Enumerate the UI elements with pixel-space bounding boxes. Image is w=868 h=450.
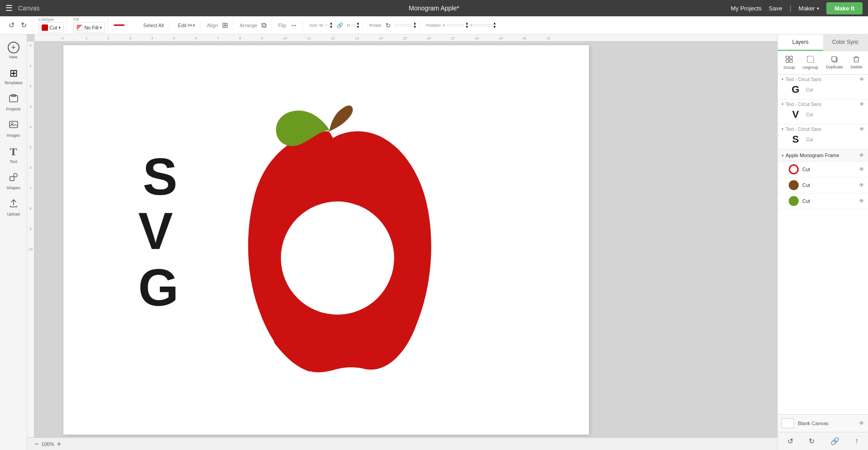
rotate-icon[interactable]: ↻: [383, 20, 393, 30]
fill-group: Fill No Fill ▾: [71, 17, 108, 33]
layer-apple-body[interactable]: Cut 👁: [778, 162, 868, 177]
apple-group-header[interactable]: ▾ Apple Monogram Frame 👁: [778, 149, 868, 162]
panel-redo-icon: ↻: [809, 437, 815, 445]
panel-tabs: Layers Color Sync: [778, 34, 868, 51]
apple-body-swatch: [789, 164, 799, 174]
layer-apple-leaf[interactable]: Cut 👁: [778, 193, 868, 209]
shapes-icon: [9, 172, 19, 184]
duplicate-icon: [831, 56, 838, 64]
fill-chevron-icon: ▾: [100, 25, 102, 30]
ungroup-button[interactable]: Ungroup: [800, 54, 821, 72]
align-label: Align: [207, 23, 218, 28]
left-sidebar: + New ⊞ Templates Projects: [0, 34, 27, 450]
blank-canvas-eye-icon[interactable]: 👁: [859, 420, 864, 426]
tab-layers[interactable]: Layers: [778, 34, 823, 51]
panel-link-button[interactable]: 🔗: [828, 435, 842, 447]
fill-dropdown[interactable]: No Fill ▾: [73, 22, 105, 33]
make-it-button[interactable]: Make It: [826, 2, 863, 14]
zoom-out-button[interactable]: −: [34, 440, 39, 448]
delete-button[interactable]: Delete: [848, 54, 865, 72]
ruler-vertical: 0 1 2 3 4 5 6 7 8 9 10: [27, 42, 34, 437]
text-v-chevron-icon: ▾: [781, 102, 784, 106]
panel-share-button[interactable]: ↑: [852, 435, 861, 447]
svg-text:V: V: [138, 202, 173, 260]
flip-button[interactable]: ↔: [288, 20, 300, 31]
sidebar-item-shapes[interactable]: Shapes: [2, 168, 25, 194]
select-all-button[interactable]: Select All: [141, 21, 166, 29]
text-s-eye-icon[interactable]: 👁: [859, 126, 864, 132]
canvas-area[interactable]: 012 345 678 91011 121314 151617 181920 2…: [27, 34, 777, 450]
svg-point-5: [14, 173, 17, 177]
layers-list: ▾ Text - Cricut Sans 👁 G Cut ▾ Text - Cr…: [778, 75, 868, 414]
top-nav: ☰ Canvas Monogram Apple* My Projects Sav…: [0, 0, 868, 16]
position-group: Position X ▲ ▼ Y ▲ ▼: [424, 22, 499, 29]
group-icon: [786, 56, 793, 64]
text-v-eye-icon[interactable]: 👁: [859, 101, 864, 107]
templates-icon: ⊞: [10, 67, 18, 79]
layer-text-s[interactable]: ▾ Text - Cricut Sans 👁 S Cut: [778, 124, 868, 149]
apple-stem-swatch: [789, 180, 799, 190]
zoom-in-button[interactable]: +: [57, 440, 61, 448]
canvas-label: Canvas: [18, 5, 39, 12]
delete-icon: [853, 56, 859, 64]
apple-leaf-eye-icon[interactable]: 👁: [859, 198, 864, 204]
right-panel: Layers Color Sync Group: [777, 34, 868, 450]
sidebar-item-text[interactable]: T Text: [2, 142, 25, 168]
edit-button[interactable]: Edit ✂ ▾: [176, 20, 198, 30]
arrange-label: Arrange: [240, 23, 257, 28]
save-button[interactable]: Save: [769, 5, 782, 12]
panel-share-icon: ↑: [855, 437, 858, 445]
layer-text-v[interactable]: ▾ Text - Cricut Sans 👁 V Cut: [778, 100, 868, 124]
tab-color-sync[interactable]: Color Sync: [823, 34, 868, 51]
select-all-group: Select All: [138, 21, 169, 29]
flip-group: Flip ↔: [275, 20, 303, 31]
duplicate-button[interactable]: Duplicate: [823, 54, 846, 72]
linetype-dropdown[interactable]: Cut ▾: [39, 22, 64, 33]
size-label: Size: [309, 23, 318, 28]
edit-chevron-icon: ▾: [193, 23, 195, 28]
sidebar-item-images[interactable]: Images: [2, 116, 25, 141]
panel-actions: Group Ungroup Duplicate: [778, 51, 868, 75]
layer-apple-stem[interactable]: Cut 👁: [778, 177, 868, 193]
size-group: Size W ▲ ▼ 🔗 H ▲ ▼: [307, 21, 363, 30]
blank-canvas-row[interactable]: Blank Canvas 👁: [778, 414, 868, 432]
svg-rect-16: [832, 57, 836, 61]
menu-icon[interactable]: ☰: [5, 3, 13, 13]
svg-rect-11: [790, 56, 792, 59]
panel-link-icon: 🔗: [830, 437, 839, 445]
apple-group-eye-icon[interactable]: 👁: [859, 152, 864, 158]
upload-icon: [9, 198, 19, 211]
maker-chevron-icon: ▾: [817, 6, 819, 11]
svg-rect-2: [10, 121, 18, 128]
align-button[interactable]: ⊞: [220, 19, 230, 31]
linetype-group: Linetype Cut ▾: [36, 17, 67, 33]
project-title: Monogram Apple*: [409, 5, 459, 12]
panel-redo-button[interactable]: ↻: [806, 435, 817, 447]
sidebar-item-projects[interactable]: Projects: [2, 90, 25, 115]
layer-text-g[interactable]: ▾ Text - Cricut Sans 👁 G Cut: [778, 75, 868, 100]
edit-group: Edit ✂ ▾: [173, 20, 201, 30]
rotate-label: Rotate: [369, 23, 381, 28]
sidebar-item-templates[interactable]: ⊞ Templates: [2, 64, 25, 89]
toolbar: ↺ ↻ Linetype Cut ▾ Fill No Fill ▾ Sele: [0, 16, 868, 34]
panel-undo-button[interactable]: ↺: [785, 435, 796, 447]
layer-group-apple: ▾ Apple Monogram Frame 👁 Cut 👁 Cut �: [778, 149, 868, 209]
text-g-eye-icon[interactable]: 👁: [859, 77, 864, 82]
lock-proportions-icon[interactable]: 🔗: [334, 21, 346, 30]
sidebar-item-new[interactable]: + New: [2, 38, 25, 63]
redo-button[interactable]: ↻: [19, 19, 29, 31]
flip-label: Flip: [278, 23, 286, 28]
group-button[interactable]: Group: [781, 54, 797, 72]
apple-stem-eye-icon[interactable]: 👁: [859, 182, 864, 188]
linetype-chevron-icon: ▾: [58, 25, 61, 30]
svg-point-3: [11, 123, 13, 124]
undo-button[interactable]: ↺: [6, 19, 17, 31]
arrange-button[interactable]: ⧉: [259, 20, 269, 31]
sidebar-item-upload[interactable]: Upload: [2, 195, 25, 220]
white-canvas[interactable]: S V G: [63, 45, 589, 435]
maker-button[interactable]: Maker ▾: [799, 5, 819, 12]
svg-rect-13: [790, 60, 792, 62]
rotate-group: Rotate ↻ ▲ ▼: [366, 20, 420, 30]
apple-body-eye-icon[interactable]: 👁: [859, 166, 864, 172]
my-projects-link[interactable]: My Projects: [731, 5, 762, 12]
